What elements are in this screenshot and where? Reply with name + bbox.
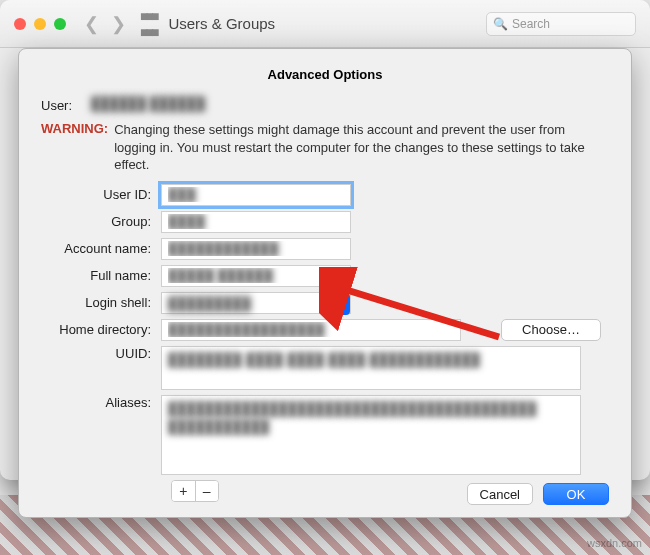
sheet-footer: Cancel OK bbox=[467, 483, 609, 505]
aliases-label: Aliases: bbox=[41, 395, 161, 410]
uuid-label: UUID: bbox=[41, 346, 161, 361]
uuid-value: ████████-████-████-████-████████████ bbox=[161, 346, 581, 390]
window-controls bbox=[14, 18, 66, 30]
nav-back-forward: ❮ ❯ bbox=[84, 13, 126, 35]
add-button[interactable]: + bbox=[172, 481, 196, 501]
full-name-input[interactable] bbox=[161, 265, 351, 287]
aliases-list[interactable]: ████████████████████████████████████████… bbox=[161, 395, 581, 475]
user-id-label: User ID: bbox=[41, 187, 161, 202]
back-icon[interactable]: ❮ bbox=[84, 13, 99, 35]
close-icon[interactable] bbox=[14, 18, 26, 30]
minimize-icon[interactable] bbox=[34, 18, 46, 30]
zoom-icon[interactable] bbox=[54, 18, 66, 30]
user-id-input[interactable] bbox=[161, 184, 351, 206]
home-dir-label: Home directory: bbox=[41, 322, 161, 337]
add-remove-buttons: + – bbox=[171, 480, 219, 502]
watermark: wsxdn.com bbox=[587, 537, 642, 549]
search-field[interactable]: 🔍 Search bbox=[486, 12, 636, 36]
group-input[interactable] bbox=[161, 211, 351, 233]
search-icon: 🔍 bbox=[493, 17, 508, 31]
login-shell-label: Login shell: bbox=[41, 295, 161, 310]
warning-label: WARNING: bbox=[41, 121, 114, 136]
chevron-updown-icon bbox=[330, 293, 350, 315]
home-dir-input[interactable] bbox=[161, 319, 461, 341]
account-name-input[interactable] bbox=[161, 238, 351, 260]
form: User ID: Group: Account name: Full name:… bbox=[41, 184, 609, 502]
advanced-options-sheet: Advanced Options User: ██████ ██████ WAR… bbox=[18, 48, 632, 518]
titlebar: ❮ ❯ ■■■■■■ Users & Groups 🔍 Search bbox=[0, 0, 650, 48]
user-value: ██████ ██████ bbox=[91, 96, 609, 111]
group-label: Group: bbox=[41, 214, 161, 229]
search-placeholder: Search bbox=[512, 17, 550, 31]
user-label: User: bbox=[41, 96, 91, 113]
warning-text: Changing these settings might damage thi… bbox=[114, 121, 609, 174]
window-title: Users & Groups bbox=[168, 15, 486, 32]
forward-icon[interactable]: ❯ bbox=[111, 13, 126, 35]
grid-icon[interactable]: ■■■■■■ bbox=[140, 8, 156, 40]
login-shell-select[interactable]: █████████ bbox=[161, 292, 351, 314]
account-name-label: Account name: bbox=[41, 241, 161, 256]
remove-button[interactable]: – bbox=[196, 481, 219, 501]
full-name-label: Full name: bbox=[41, 268, 161, 283]
sheet-title: Advanced Options bbox=[41, 67, 609, 82]
choose-button[interactable]: Choose… bbox=[501, 319, 601, 341]
ok-button[interactable]: OK bbox=[543, 483, 609, 505]
cancel-button[interactable]: Cancel bbox=[467, 483, 533, 505]
